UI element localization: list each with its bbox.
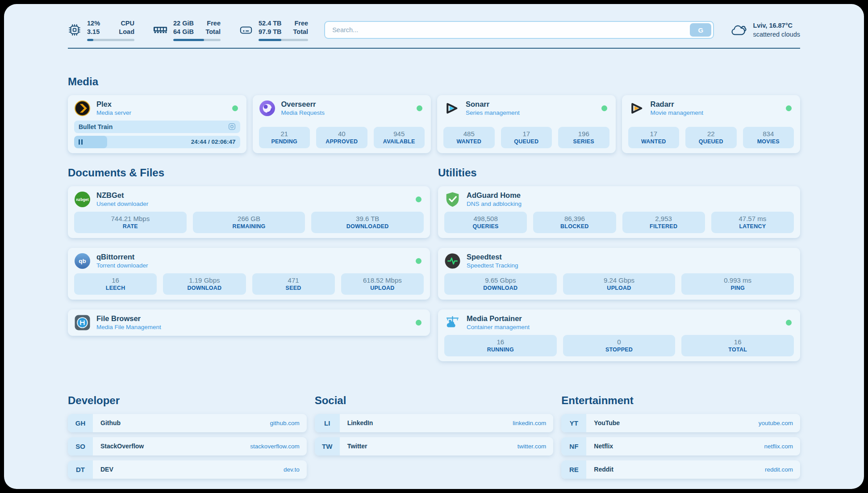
portainer-icon [444,314,461,331]
app-card-nzbget[interactable]: nzbgetNZBGetUsenet downloader744.21 Mbps… [68,186,430,238]
stat-tile-seed: 471SEED [252,273,335,295]
bookmark-abbr: YT [561,414,586,432]
app-card-media-portainer[interactable]: Media PortainerContainer management16RUN… [438,309,800,361]
app-name: Plex [96,100,131,109]
stat-label: LATENCY [715,223,790,230]
app-name: Media Portainer [467,314,530,323]
weather-location: Lviv, 16.87°C [753,21,800,30]
dashboard-page: 12%3.15CPULoad22 GiB64 GiBFreeTotal52.4 … [4,4,864,489]
stat-value: 196 [562,130,606,138]
stat-tile-queries: 498,508QUERIES [444,212,527,233]
stat-value: 47.57 ms [715,215,790,222]
stat-tile-download: 1.19 GbpsDOWNLOAD [163,273,246,295]
app-card-speedtest[interactable]: SpeedtestSpeedtest Tracking9.65 GbpsDOWN… [438,248,800,300]
search-bar[interactable]: G [324,21,714,39]
metric-label: Free [205,19,221,28]
stat-value: 744.21 Mbps [78,215,183,222]
bookmark-linkedin[interactable]: LILinkedInlinkedin.com [315,414,554,432]
utilities-cards: AdGuard HomeDNS and adblocking498,508QUE… [438,186,800,361]
app-subtitle: Media Requests [281,109,325,116]
status-dot [601,105,607,111]
bookmark-group-developer: DeveloperGHGithubgithub.comSOStackOverfl… [68,394,307,479]
bookmark-stackoverflow[interactable]: SOStackOverflowstackoverflow.com [68,437,307,455]
metric-values: 52.4 TB97.9 TB [259,19,282,36]
app-subtitle: Series management [466,109,520,116]
app-name: Radarr [651,100,704,109]
status-dot [417,105,422,111]
app-name: Sonarr [466,100,520,109]
section-documents: Documents & Files nzbgetNZBGetUsenet dow… [68,167,430,361]
stat-tile-approved: 40APPROVED [316,127,367,148]
stat-tile-leech: 16LEECH [74,273,157,295]
cpu-icon [68,23,81,37]
section-title-media: Media [68,75,800,88]
stat-value: 1.19 Gbps [167,276,242,284]
metric-value: 64 GiB [173,28,194,36]
app-card-qbittorrent[interactable]: qbqBittorrentTorrent downloader16LEECH1.… [68,248,430,300]
stat-label: DOWNLOADED [315,223,420,230]
section-title-documents: Documents & Files [68,167,430,179]
search-input[interactable] [331,26,690,34]
app-card-adguard-home[interactable]: AdGuard HomeDNS and adblocking498,508QUE… [438,186,800,238]
bookmark-twitter[interactable]: TWTwittertwitter.com [315,437,554,455]
stat-value: 17 [632,130,676,138]
stat-tile-remaining: 266 GBREMAINING [193,212,305,233]
stat-tile-wanted: 485WANTED [443,127,495,148]
stat-value: 485 [447,130,491,138]
bookmark-name: StackOverflow [100,443,144,450]
app-card-radarr[interactable]: RadarrMovie management17WANTED22QUEUED83… [622,95,801,153]
stat-tile-ping: 0.993 msPING [681,273,794,295]
status-dot [786,105,792,111]
stat-tile-latency: 47.57 msLATENCY [711,212,794,233]
bookmark-youtube[interactable]: YTYouTubeyoutube.com [561,414,800,432]
bookmark-dev[interactable]: DTDEVdev.to [68,460,307,479]
bookmark-abbr: RE [561,460,586,479]
metric-values: 12%3.15 [87,19,100,36]
stat-value: 618.52 Mbps [345,276,420,284]
section-title-developer: Developer [68,394,307,407]
stat-label: QUERIES [448,223,523,230]
metric-label: Total [205,28,221,36]
bookmark-abbr: DT [68,460,93,479]
session-icon[interactable] [228,123,236,130]
metric-label: CPU [119,19,134,28]
qbittorrent-icon: qb [74,253,91,269]
app-name: Speedtest [467,253,518,261]
google-search-button[interactable]: G [690,23,711,37]
app-subtitle: Media File Management [96,324,161,330]
stat-value: 834 [747,130,791,138]
bookmark-reddit[interactable]: RERedditreddit.com [561,460,800,479]
bookmark-netflix[interactable]: NFNetflixnetflix.com [561,437,800,455]
bookmark-url: linkedin.com [513,420,546,426]
bookmark-sections: DeveloperGHGithubgithub.comSOStackOverfl… [68,394,800,479]
stat-tile-queued: 17QUEUED [501,127,552,148]
bookmark-github[interactable]: GHGithubgithub.com [68,414,307,432]
bookmark-url: stackoverflow.com [250,443,299,450]
section-media: Media PlexMedia serverBullet Train24:44 … [68,75,800,153]
media-cards-row: PlexMedia serverBullet Train24:44 / 02:0… [68,95,800,153]
speedtest-icon [444,253,461,269]
stat-value: 16 [685,338,790,346]
stat-label: MOVIES [747,138,791,145]
stat-label: REMAINING [196,223,302,230]
stat-value: 39.6 TB [315,215,420,222]
screen-frame: 12%3.15CPULoad22 GiB64 GiBFreeTotal52.4 … [0,0,868,493]
stat-value: 86,396 [537,215,612,222]
bookmark-abbr: SO [68,437,93,455]
stat-tile-running: 16RUNNING [444,335,557,356]
filebrowser-icon [74,314,91,331]
stat-tile-download: 9.65 GbpsDOWNLOAD [444,273,557,295]
stat-tile-total: 16TOTAL [681,335,794,356]
stat-tile-wanted: 17WANTED [628,127,680,148]
now-playing-time: 24:44 / 02:06:47 [191,138,236,145]
app-card-plex[interactable]: PlexMedia serverBullet Train24:44 / 02:0… [68,95,246,153]
stat-value: 22 [689,130,733,138]
stat-label: UPLOAD [567,285,672,291]
stat-label: WANTED [632,138,676,145]
app-card-sonarr[interactable]: SonarrSeries management485WANTED17QUEUED… [437,95,616,153]
pause-icon [79,139,83,145]
app-card-overseerr[interactable]: OverseerrMedia Requests21PENDING40APPROV… [253,95,431,153]
bookmark-name: Github [100,419,121,426]
stat-tile-upload: 9.24 GbpsUPLOAD [563,273,676,295]
app-card-file-browser[interactable]: File BrowserMedia File Management [68,309,430,336]
